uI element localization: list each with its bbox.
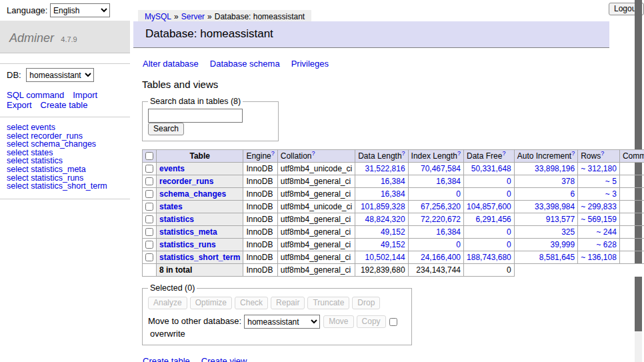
create-view-link[interactable]: Create view xyxy=(201,356,247,362)
rows-link[interactable]: ~ 3 xyxy=(605,189,617,199)
data-free-link[interactable]: 188,743,680 xyxy=(467,253,511,262)
index-length-link[interactable]: 67,256,320 xyxy=(421,202,461,211)
search-button[interactable]: Search xyxy=(148,123,184,135)
auto-increment-link[interactable]: 33,898,196 xyxy=(535,164,575,173)
breadcrumb-link-mysql[interactable]: MySQL xyxy=(145,12,171,21)
index-length-link[interactable]: 16,384 xyxy=(436,227,461,237)
privileges-link[interactable]: Privileges xyxy=(291,59,329,69)
analyze-button[interactable]: Analyze xyxy=(148,297,187,309)
table-link[interactable]: events xyxy=(159,164,185,173)
row-checkbox[interactable] xyxy=(145,203,153,211)
sidebar-table-link[interactable]: select schema_changes xyxy=(7,140,123,149)
breadcrumb-link-server[interactable]: Server xyxy=(181,12,205,21)
copy-button[interactable]: Copy xyxy=(357,315,386,328)
index-length-link[interactable]: 0 xyxy=(456,189,461,199)
search-input[interactable] xyxy=(148,109,243,123)
rows-link[interactable]: ~ 569,159 xyxy=(581,215,617,224)
rows-link[interactable]: ~ 5 xyxy=(605,177,617,186)
data-free-link[interactable]: 104,857,600 xyxy=(467,202,511,211)
table-link[interactable]: statistics_meta xyxy=(159,227,217,237)
table-link[interactable]: recorder_runs xyxy=(159,177,213,186)
select-all-checkbox[interactable] xyxy=(145,152,153,160)
index-length-link[interactable]: 70,467,584 xyxy=(421,164,461,173)
app-version: 4.7.9 xyxy=(61,35,77,43)
move-row: Move to other database:homeassistantMove… xyxy=(148,315,406,339)
data-length-link[interactable]: 31,522,816 xyxy=(365,164,405,173)
rows-link[interactable]: ~ 628 xyxy=(597,240,617,249)
auto-increment-link[interactable]: 8,581,645 xyxy=(539,253,575,262)
auto-increment-link[interactable]: 913,577 xyxy=(546,215,575,224)
truncate-button[interactable]: Truncate xyxy=(307,297,349,309)
table-link[interactable]: schema_changes xyxy=(159,189,226,199)
row-checkbox[interactable] xyxy=(145,165,153,173)
auto-increment-link[interactable]: 33,398,984 xyxy=(535,202,575,211)
table-link[interactable]: statistics xyxy=(159,215,194,224)
repair-button[interactable]: Repair xyxy=(271,297,305,309)
index-length-link[interactable]: 0 xyxy=(456,240,461,249)
language-select[interactable]: English xyxy=(50,3,110,17)
data-length-link[interactable]: 10,502,144 xyxy=(365,253,405,262)
overwrite-checkbox[interactable] xyxy=(389,318,397,326)
row-checkbox[interactable] xyxy=(145,177,153,185)
row-checkbox[interactable] xyxy=(145,253,153,261)
data-length-link[interactable]: 16,384 xyxy=(381,189,405,199)
rows-link[interactable]: ~ 312,180 xyxy=(581,164,617,173)
move-db-select[interactable]: homeassistant xyxy=(244,315,320,329)
auto-increment-link[interactable]: 39,999 xyxy=(550,240,575,249)
index-length-link[interactable]: 72,220,672 xyxy=(421,215,461,224)
data-length-link[interactable]: 49,152 xyxy=(381,227,405,237)
sidebar-table-link[interactable]: select statistics_meta xyxy=(7,165,123,174)
row-checkbox[interactable] xyxy=(145,228,153,236)
alter-database-link[interactable]: Alter database xyxy=(143,59,199,69)
sidebar-link-sql-command[interactable]: SQL command xyxy=(7,90,64,100)
column-header-label: Comment xyxy=(623,151,644,161)
check-button[interactable]: Check xyxy=(235,297,268,309)
help-link[interactable]: ? xyxy=(601,150,604,157)
row-checkbox[interactable] xyxy=(145,241,153,249)
create-table-link[interactable]: Create table xyxy=(143,356,190,362)
data-length-cell: 10,502,144 xyxy=(355,251,408,264)
help-link[interactable]: ? xyxy=(457,150,461,157)
data-free-link[interactable]: 50,331,648 xyxy=(471,164,511,173)
drop-button[interactable]: Drop xyxy=(352,297,380,309)
data-free-link[interactable]: 0 xyxy=(507,227,511,237)
sidebar: Adminer 4.7.9 DB: homeassistant SQL comm… xyxy=(0,21,130,199)
breadcrumb-separator: » xyxy=(207,12,212,21)
sidebar-link-import[interactable]: Import xyxy=(73,90,97,100)
row-checkbox[interactable] xyxy=(145,190,153,198)
sidebar-table-link[interactable]: select events xyxy=(7,123,123,132)
row-checkbox[interactable] xyxy=(145,215,153,223)
table-link[interactable]: statistics_runs xyxy=(159,240,216,249)
data-length-link[interactable]: 48,824,320 xyxy=(365,215,405,224)
rows-link[interactable]: ~ 244 xyxy=(597,227,617,237)
data-length-link[interactable]: 16,384 xyxy=(381,177,405,186)
index-length-cell: 16,384 xyxy=(408,226,463,239)
data-free-link[interactable]: 0 xyxy=(507,189,511,199)
sidebar-table-link[interactable]: select statistics_short_term xyxy=(7,182,123,191)
help-link[interactable]: ? xyxy=(311,150,315,157)
rows-link[interactable]: ~ 299,833 xyxy=(581,202,617,211)
table-link[interactable]: states xyxy=(159,202,183,211)
help-link[interactable]: ? xyxy=(402,150,405,157)
data-free-link[interactable]: 0 xyxy=(507,177,511,186)
sidebar-link-export[interactable]: Export xyxy=(7,100,32,110)
auto-increment-link[interactable]: 325 xyxy=(561,227,575,237)
index-length-link[interactable]: 24,166,400 xyxy=(421,253,461,262)
data-length-link[interactable]: 101,859,328 xyxy=(361,202,405,211)
data-free-link[interactable]: 0 xyxy=(507,240,511,249)
help-link[interactable]: ? xyxy=(271,150,275,157)
table-link[interactable]: statistics_short_term xyxy=(159,253,240,262)
sidebar-link-create-table[interactable]: Create table xyxy=(41,100,88,110)
optimize-button[interactable]: Optimize xyxy=(190,297,232,309)
move-button[interactable]: Move xyxy=(323,315,353,328)
auto-increment-link[interactable]: 378 xyxy=(561,177,575,186)
help-link[interactable]: ? xyxy=(571,150,575,157)
auto-increment-link[interactable]: 6 xyxy=(570,189,575,199)
db-select[interactable]: homeassistant xyxy=(26,68,94,82)
database-schema-link[interactable]: Database schema xyxy=(210,59,280,69)
index-length-link[interactable]: 16,384 xyxy=(436,177,461,186)
help-link[interactable]: ? xyxy=(502,150,505,157)
rows-link[interactable]: ~ 136,108 xyxy=(581,253,617,262)
data-free-link[interactable]: 6,291,456 xyxy=(475,215,511,224)
data-length-link[interactable]: 49,152 xyxy=(381,240,405,249)
